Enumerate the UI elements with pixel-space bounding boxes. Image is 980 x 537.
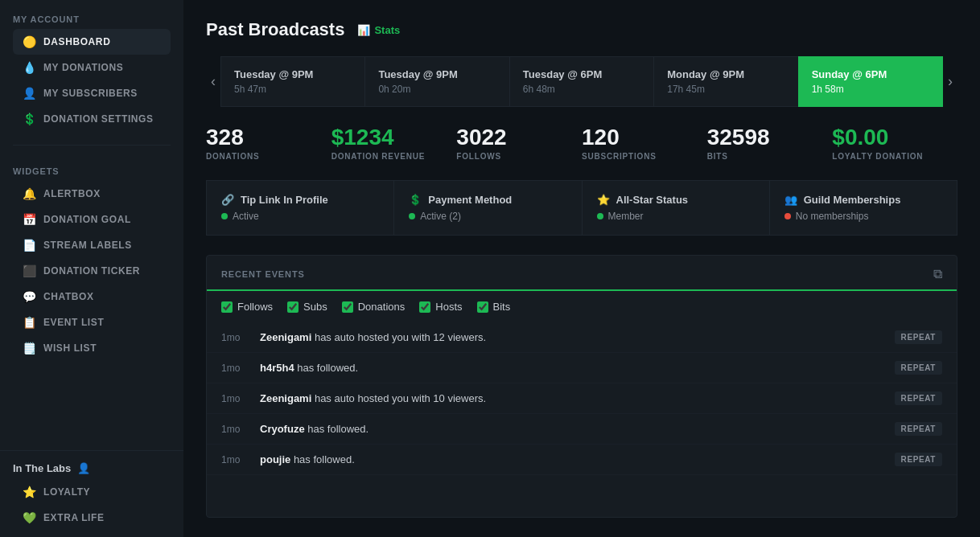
filter-hosts-checkbox[interactable] (419, 301, 430, 313)
widget-card-all-star[interactable]: ⭐ All-Star Status Member (582, 180, 769, 236)
sidebar-item-label: My Donations (43, 62, 123, 73)
broadcast-next-button[interactable]: › (943, 73, 957, 90)
widget-title-tip-link: 🔗 Tip Link In Profile (221, 194, 379, 206)
filter-bits[interactable]: Bits (477, 301, 511, 313)
event-time-4: 1mo (221, 454, 250, 465)
event-user-2: Zeenigami (260, 392, 311, 404)
broadcast-label-3: Monday @ 9PM (667, 68, 784, 80)
filter-follows-checkbox[interactable] (221, 301, 233, 313)
main-content: Past Broadcasts 📊 Stats ‹ Tuesday @ 9PM … (183, 0, 980, 537)
stat-follows: 3022 Follows (456, 126, 582, 161)
event-repeat-0[interactable]: REPEAT (895, 330, 942, 344)
widget-status-all-star: Member (597, 211, 755, 222)
sidebar-item-my-subscribers[interactable]: 👤 My Subscribers (13, 80, 171, 106)
filter-donations[interactable]: Donations (342, 301, 406, 313)
sidebar-item-label: Donation Goal (43, 214, 131, 225)
copy-icon[interactable]: ⧉ (933, 267, 942, 281)
sidebar: My Account 🟡 Dashboard 💧 My Donations 👤 … (0, 0, 183, 537)
status-dot-payment-method (409, 213, 415, 219)
widget-cards: 🔗 Tip Link In Profile Active 💲 Payment M… (206, 180, 957, 236)
broadcast-card-0[interactable]: Tuesday @ 9PM 5h 47m (220, 56, 364, 107)
donation-settings-icon: 💲 (23, 113, 35, 125)
status-dot-guild (784, 213, 791, 219)
widget-card-guild[interactable]: 👥 Guild Memberships No memberships (769, 180, 957, 236)
event-time-0: 1mo (221, 332, 250, 343)
event-repeat-4[interactable]: REPEAT (895, 453, 942, 466)
table-row: 1mo h4r5h4 has followed. REPEAT (207, 353, 957, 383)
filter-subs-checkbox[interactable] (287, 301, 299, 313)
tip-link-icon: 🔗 (221, 194, 234, 206)
sidebar-item-chatbox[interactable]: 💬 Chatbox (13, 284, 171, 309)
sidebar-item-label: Donation Ticker (43, 265, 140, 277)
widgets-section-title: Widgets (13, 166, 171, 176)
sidebar-item-label: My Subscribers (43, 88, 138, 99)
sidebar-item-wish-list[interactable]: 🗒️ Wish List (13, 335, 171, 361)
broadcast-card-3[interactable]: Monday @ 9PM 17h 45m (653, 56, 797, 107)
stat-label-loyalty-donation: Loyalty Donation (832, 152, 957, 161)
filter-subs-label: Subs (303, 301, 327, 313)
filter-subs[interactable]: Subs (287, 301, 327, 313)
chatbox-icon: 💬 (23, 290, 35, 303)
sidebar-item-label: Chatbox (43, 291, 94, 302)
broadcast-card-4[interactable]: Sunday @ 6PM 1h 58m (798, 56, 943, 107)
table-row: 1mo poujie has followed. REPEAT (207, 445, 957, 475)
page-title: Past Broadcasts (206, 19, 344, 40)
widget-status-guild: No memberships (784, 211, 942, 222)
widget-title-payment-method: 💲 Payment Method (409, 194, 566, 206)
widget-status-tip-link: Active (221, 211, 379, 222)
sidebar-item-my-donations[interactable]: 💧 My Donations (13, 55, 171, 80)
labs-icon: 👤 (77, 462, 90, 474)
broadcast-row: ‹ Tuesday @ 9PM 5h 47m Tuesday @ 9PM 0h … (206, 56, 957, 107)
stat-donations: 328 Donations (206, 126, 331, 161)
filter-bits-checkbox[interactable] (477, 301, 488, 313)
widget-card-tip-link[interactable]: 🔗 Tip Link In Profile Active (206, 180, 393, 236)
sidebar-item-label: Alertbox (43, 188, 101, 199)
broadcast-prev-button[interactable]: ‹ (206, 73, 220, 90)
sidebar-item-donation-ticker[interactable]: ⬛ Donation Ticker (13, 258, 171, 284)
main-header: Past Broadcasts 📊 Stats (206, 19, 957, 40)
broadcast-card-2[interactable]: Tuesday @ 6PM 6h 48m (509, 56, 653, 107)
labs-title: In The Labs 👤 (13, 462, 171, 474)
events-list: 1mo Zeenigami has auto hosted you with 1… (207, 322, 957, 475)
donation-ticker-icon: ⬛ (23, 264, 35, 277)
labs-section: In The Labs 👤 ⭐ Loyalty 💚 Extra Life (0, 450, 183, 537)
sidebar-item-loyalty[interactable]: ⭐ Loyalty (13, 479, 171, 505)
stat-bits: 32598 Bits (707, 126, 833, 161)
stats-link[interactable]: 📊 Stats (357, 24, 400, 36)
filter-hosts[interactable]: Hosts (419, 301, 462, 313)
broadcast-label-0: Tuesday @ 9PM (234, 68, 352, 80)
stat-value-donations: 328 (206, 126, 331, 149)
sidebar-item-donation-settings[interactable]: 💲 Donation Settings (13, 106, 171, 132)
sidebar-item-label: Dashboard (43, 36, 110, 47)
sidebar-item-donation-goal[interactable]: 📅 Donation Goal (13, 207, 171, 232)
filter-follows[interactable]: Follows (221, 301, 273, 313)
sidebar-item-label: Donation Settings (43, 113, 154, 125)
event-text-3: Cryofuze has followed. (260, 423, 885, 435)
event-user-0: Zeenigami (260, 331, 311, 343)
sidebar-item-label: Wish List (43, 342, 97, 354)
stat-value-loyalty-donation: $0.00 (832, 126, 957, 149)
sidebar-item-alertbox[interactable]: 🔔 Alertbox (13, 181, 171, 207)
donations-icon: 💧 (23, 61, 35, 74)
event-user-3: Cryofuze (260, 423, 305, 435)
table-row: 1mo Zeenigami has auto hosted you with 1… (207, 383, 957, 414)
stream-labels-icon: 📄 (23, 239, 35, 252)
status-dot-tip-link (221, 213, 228, 219)
filter-bits-label: Bits (493, 301, 511, 313)
subscribers-icon: 👤 (23, 87, 35, 100)
event-repeat-1[interactable]: REPEAT (895, 361, 942, 375)
sidebar-item-event-list[interactable]: 📋 Event List (13, 309, 171, 335)
filter-donations-checkbox[interactable] (342, 301, 353, 313)
widget-card-payment-method[interactable]: 💲 Payment Method Active (2) (393, 180, 581, 236)
sidebar-item-stream-labels[interactable]: 📄 Stream Labels (13, 232, 171, 258)
sidebar-item-extra-life[interactable]: 💚 Extra Life (13, 505, 171, 531)
stat-label-bits: Bits (707, 152, 833, 161)
widget-title-all-star: ⭐ All-Star Status (597, 194, 755, 206)
broadcast-card-1[interactable]: Tuesday @ 9PM 0h 20m (364, 56, 509, 107)
guild-icon: 👥 (784, 194, 797, 206)
event-repeat-2[interactable]: REPEAT (895, 391, 942, 405)
status-dot-all-star (597, 213, 603, 219)
event-repeat-3[interactable]: REPEAT (895, 422, 942, 436)
sidebar-item-dashboard[interactable]: 🟡 Dashboard (13, 29, 171, 55)
recent-events-filters: Follows Subs Donations Hosts Bits (207, 291, 957, 322)
